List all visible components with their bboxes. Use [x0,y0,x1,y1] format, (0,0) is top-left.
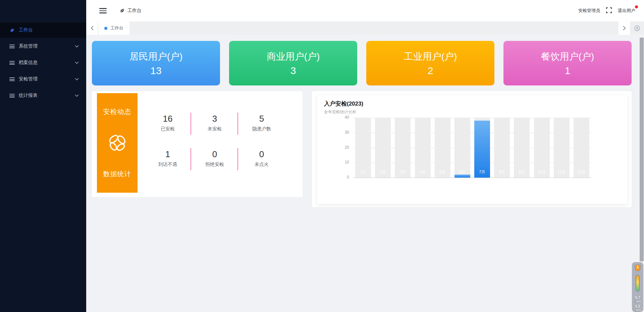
collapse-sidebar-button[interactable] [99,7,107,15]
y-axis-tick: 30 [338,130,349,135]
bar-slot-7月: 7月 [472,118,492,178]
leaf-icon [9,28,15,33]
x-axis-label: 2月 [375,169,391,175]
top-header: 工作台 安检管理员 退出用户 [86,0,644,21]
stat-label: 拒绝安检 [205,162,224,168]
stat-card-2[interactable]: 工业用户(户)2 [366,41,494,85]
sidebar: 工作台系统管理档案信息安检管理统计报表 [0,0,86,312]
scrollbar-thumb[interactable] [640,38,644,261]
bar-track [554,118,570,178]
bar-slot-6月: 6月 [452,118,472,178]
chart-title: 入户安检(2023) [324,100,363,108]
download-speed: 1.2 ↓K/s [635,304,641,312]
bar-slot-12月: 12月 [572,118,591,178]
x-axis-label: 9月 [514,169,530,175]
tab-label: 工作台 [110,25,123,31]
menu-icon [9,60,15,65]
stat-card-title: 商业用户(户) [229,50,357,63]
chevron-down-icon [75,61,79,64]
stat-value: 0 [259,149,264,160]
x-axis-label: 7月 [474,169,490,175]
tab-bar: 工作台 [86,21,644,35]
inspection-summary-card: 安检动态 数据统计 16已安检3未安检5隐患户数1到访不遇0拒绝安检0未点火 [92,91,303,197]
sidebar-item-2[interactable]: 档案信息 [0,54,86,71]
bar-track [454,118,470,178]
x-axis-label: 5月 [435,169,450,175]
bar-slot-10月: 10月 [532,118,552,178]
inspection-stat-1: 3未安检 [191,108,238,137]
bar-slot-11月: 11月 [552,118,572,178]
stat-card-1[interactable]: 商业用户(户)3 [229,41,357,85]
inspection-stats-grid: 16已安检3未安检5隐患户数1到访不遇0拒绝安检0未点火 [144,108,285,173]
tabs-close-button[interactable] [630,21,644,35]
sidebar-item-3[interactable]: 安检管理 [0,71,86,87]
stat-card-title: 居民用户(户) [92,50,220,63]
breadcrumb[interactable]: 工作台 [119,8,142,14]
logout-button[interactable]: 退出用户 [618,8,635,14]
sidebar-item-4[interactable]: 统计报表 [0,87,86,104]
tab-workbench[interactable]: 工作台 [98,21,129,35]
stat-card-value: 3 [229,65,357,76]
bar-track [514,118,530,178]
sidebar-item-label: 档案信息 [19,60,75,66]
chevron-down-icon [75,94,79,97]
sidebar-item-label: 系统管理 [19,43,75,49]
stat-label: 未点火 [255,162,269,168]
inspection-stat-4: 0拒绝安检 [191,143,238,173]
pinwheel-icon [107,132,128,153]
sidebar-item-0[interactable]: 工作台 [0,22,86,38]
y-axis-tick: 20 [338,145,349,150]
temperature-gauge-fill [636,275,639,291]
bar-slot-3月: 3月 [393,118,413,178]
bar-slot-1月: 1月 [353,118,373,178]
notification-dot [635,5,638,8]
header-right: 安检管理员 退出用户 [578,7,644,14]
x-axis-label: 11月 [554,169,570,175]
stat-card-value: 2 [366,65,494,76]
stat-card-0[interactable]: 居民用户(户)13 [92,41,220,85]
bar-chart-plot: 0102030401月2月3月4月5月6月7月8月9月10月11月12月 [353,118,591,178]
inspection-stat-0: 16已安检 [144,108,191,137]
x-axis-label: 1月 [355,169,371,175]
y-axis-tick: 10 [338,160,349,165]
leaf-icon [119,8,125,13]
inspection-stat-5: 0未点火 [238,143,285,173]
x-axis-label: 3月 [395,169,411,175]
network-monitor-widget[interactable]: 1 5.7 ↑K/s 1.2 ↓K/s [632,262,643,312]
x-axis-label: 4月 [415,169,431,175]
menu-icon [9,93,15,98]
current-user[interactable]: 安检管理员 [578,8,600,14]
stat-value: 16 [163,114,173,124]
bar-slot-8月: 8月 [492,118,512,178]
banner-title-top: 安检动态 [103,107,131,116]
sidebar-item-1[interactable]: 系统管理 [0,38,86,54]
stat-card-title: 餐饮用户(户) [503,50,632,63]
stat-card-value: 1 [503,65,632,76]
breadcrumb-label: 工作台 [127,8,142,14]
bar-track [415,118,431,178]
chevron-left-icon [91,26,94,30]
upload-speed-unit: K/s [636,300,641,303]
x-axis-label: 8月 [494,169,510,175]
sidebar-item-label: 安检管理 [19,76,75,82]
stat-label: 隐患户数 [252,126,271,132]
sidebar-item-label: 统计报表 [19,92,75,99]
stat-label: 到访不遇 [158,162,177,168]
menu-icon [9,77,15,81]
stat-card-3[interactable]: 餐饮用户(户)1 [503,41,632,85]
chart-panel: 入户安检(2023) 全年安检统计分析 0102030401月2月3月4月5月6… [312,91,632,207]
x-axis-line [353,178,591,178]
fullscreen-button[interactable] [606,7,612,14]
banner-title-bottom: 数据统计 [103,170,131,179]
bar-track [534,118,550,178]
x-axis-label: 6月 [454,169,470,175]
close-circle-icon [634,25,640,31]
tabs-scroll-right-button[interactable] [619,21,630,35]
security-shield-icon: 1 [634,264,641,271]
sidebar-logo-area [0,0,86,22]
bar-track [395,118,411,178]
stat-card-title: 工业用户(户) [366,50,494,63]
stat-card-value: 13 [92,65,220,76]
chart-card: 入户安检(2023) 全年安检统计分析 0102030401月2月3月4月5月6… [317,95,628,204]
tabs-scroll-left-button[interactable] [86,21,98,35]
